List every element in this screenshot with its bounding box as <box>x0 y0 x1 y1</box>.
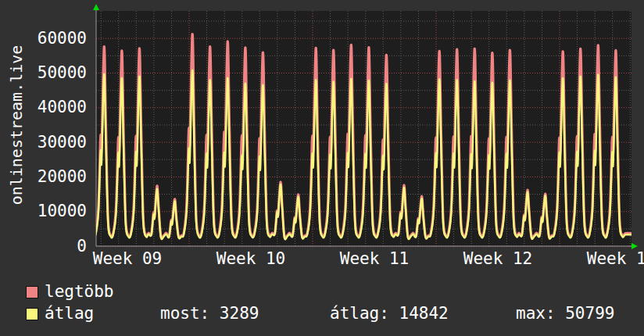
x-axis-label: Week 09 <box>93 251 163 267</box>
y-axis-label: 0 <box>77 238 87 255</box>
y-axis-label: 50000 <box>38 65 87 81</box>
stat-max: max: 50799 <box>516 305 614 322</box>
stat-atlag: átlag: 14842 <box>330 305 449 322</box>
rrd-graph: onlinestream.live 0100002000030000400005… <box>0 0 644 336</box>
y-axis-label: 10000 <box>38 203 87 220</box>
x-axis-label: Week 11 <box>340 251 410 267</box>
x-axis-label: Week 12 <box>463 251 533 267</box>
y-axis-label: 40000 <box>38 99 87 116</box>
stat-most: most: 3289 <box>160 305 259 322</box>
legend-label-atlag: átlag <box>45 305 94 322</box>
y-axis-label: 20000 <box>38 169 87 185</box>
legend-swatch-atlag <box>26 308 38 320</box>
y-axis-arrow-icon <box>93 4 99 10</box>
x-axis-label: Week 10 <box>216 251 286 267</box>
chart-canvas <box>0 0 644 281</box>
x-axis-label: Week 13 <box>587 251 644 267</box>
x-axis-arrow-icon <box>631 243 638 249</box>
y-axis-label: 30000 <box>38 134 87 151</box>
y-axis-label: 60000 <box>38 30 87 47</box>
legend-label-legtobb: legtöbb <box>45 283 114 300</box>
legend-swatch-legtobb <box>26 286 38 298</box>
